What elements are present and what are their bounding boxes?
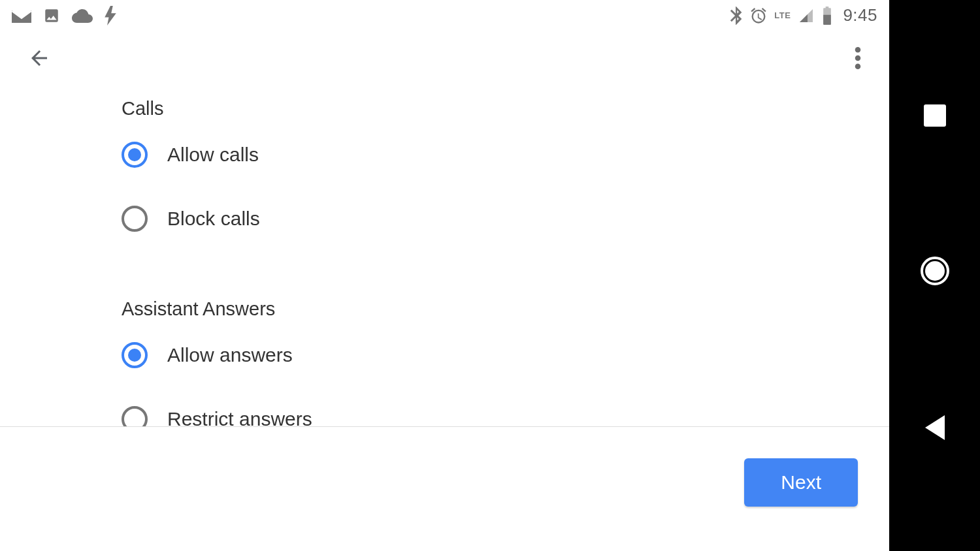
radio-allow-answers[interactable]: Allow answers [122, 342, 889, 368]
radio-icon [122, 406, 148, 426]
arrow-back-icon [27, 46, 51, 70]
lightning-icon [105, 6, 116, 25]
more-vert-icon [855, 47, 861, 69]
bluetooth-icon [728, 7, 743, 25]
battery-icon [822, 7, 832, 25]
section-title-assistant: Assistant Answers [122, 298, 889, 320]
svg-point-2 [855, 64, 861, 70]
section-title-calls: Calls [122, 98, 889, 119]
radio-allow-calls[interactable]: Allow calls [122, 142, 889, 168]
mail-icon [12, 8, 31, 23]
radio-label: Allow answers [167, 344, 293, 366]
radio-restrict-answers[interactable]: Restrict answers [122, 406, 889, 426]
nav-back-button[interactable] [925, 415, 945, 440]
back-button[interactable] [24, 42, 55, 74]
app-screen: LTE 9:45 [0, 0, 889, 551]
system-nav-bar [889, 0, 980, 551]
radio-icon [122, 206, 148, 232]
content-area: Calls Allow calls Block calls Assistant … [0, 86, 889, 426]
status-right: LTE 9:45 [728, 5, 877, 25]
status-left [12, 6, 116, 25]
nav-home-button[interactable] [921, 257, 949, 285]
footer-bar: Next [0, 426, 889, 551]
radio-icon [122, 142, 148, 168]
nav-recent-button[interactable] [924, 104, 946, 127]
lte-label: LTE [774, 10, 791, 20]
radio-icon [122, 342, 148, 368]
radio-block-calls[interactable]: Block calls [122, 206, 889, 232]
signal-icon [797, 8, 815, 24]
overflow-button[interactable] [842, 42, 874, 74]
toolbar [0, 31, 889, 86]
status-bar: LTE 9:45 [0, 0, 889, 31]
radio-label: Block calls [167, 208, 260, 230]
svg-point-0 [855, 47, 861, 53]
radio-label: Restrict answers [167, 408, 312, 426]
alarm-icon [749, 7, 768, 25]
image-icon [43, 7, 60, 24]
radio-label: Allow calls [167, 144, 259, 166]
next-button[interactable]: Next [744, 458, 858, 507]
cloud-icon [72, 8, 93, 23]
svg-point-1 [855, 55, 861, 61]
clock-label: 9:45 [843, 5, 877, 25]
